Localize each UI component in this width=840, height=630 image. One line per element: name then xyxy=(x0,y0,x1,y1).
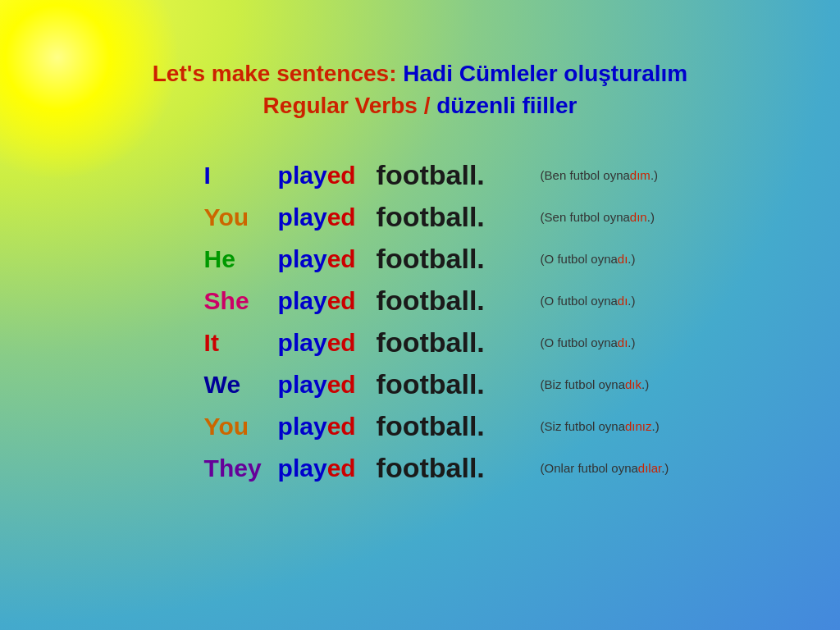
translation-cell-4: (O futbol oynadı.) xyxy=(537,331,673,354)
title-line2-red: Regular Verbs / xyxy=(263,93,437,118)
translation-cell-3: (O futbol oynadı.) xyxy=(537,289,673,313)
play-part: play xyxy=(278,413,327,440)
ed-part: ed xyxy=(327,245,356,272)
football-cell-7: football. xyxy=(373,447,537,489)
subject-cell-0: I xyxy=(201,157,275,194)
page-content: Let's make sentences: Hadi Cümleler oluş… xyxy=(0,0,840,489)
played-cell-1: played xyxy=(275,199,373,236)
play-part: play xyxy=(278,203,327,231)
translation-cell-1: (Sen futbol oynadın.) xyxy=(537,205,673,229)
played-cell-6: played xyxy=(275,408,373,445)
sentence-table: Iplayedfootball.(Ben futbol oynadım.)You… xyxy=(201,154,673,489)
football-cell-6: football. xyxy=(373,405,537,447)
title-red-part: Let's make sentences: xyxy=(153,61,403,86)
play-part: play xyxy=(278,162,327,189)
play-part: play xyxy=(278,329,327,356)
played-cell-3: played xyxy=(275,282,373,320)
football-cell-0: football. xyxy=(373,154,537,196)
subject-cell-2: He xyxy=(201,240,275,278)
ed-part: ed xyxy=(327,287,356,314)
football-cell-4: football. xyxy=(373,322,537,363)
translation-cell-6: (Siz futbol oynadınız.) xyxy=(537,414,673,438)
title-line2: Regular Verbs / düzenli fiiller xyxy=(153,89,687,121)
played-cell-7: played xyxy=(275,450,373,487)
subject-cell-4: It xyxy=(201,324,275,362)
title-block: Let's make sentences: Hadi Cümleler oluş… xyxy=(153,57,687,121)
subject-cell-6: You xyxy=(201,408,275,445)
subject-cell-7: They xyxy=(201,450,275,487)
played-cell-5: played xyxy=(275,366,373,404)
football-cell-1: football. xyxy=(373,196,537,238)
ed-part: ed xyxy=(327,413,356,440)
play-part: play xyxy=(278,245,327,272)
translation-cell-0: (Ben futbol oynadım.) xyxy=(537,163,673,187)
subject-cell-1: You xyxy=(201,199,275,236)
ed-part: ed xyxy=(327,454,356,482)
title-line2-blue: düzenli fiiller xyxy=(436,93,577,118)
played-cell-4: played xyxy=(275,324,373,362)
subject-cell-5: We xyxy=(201,366,275,404)
ed-part: ed xyxy=(327,203,356,231)
subject-cell-3: She xyxy=(201,282,275,320)
play-part: play xyxy=(278,454,327,482)
football-cell-3: football. xyxy=(373,280,537,322)
ed-part: ed xyxy=(327,371,356,398)
title-blue-part: Hadi Cümleler oluşturalım xyxy=(403,61,687,86)
translation-cell-2: (O futbol oynadı.) xyxy=(537,247,673,271)
ed-part: ed xyxy=(327,162,356,189)
football-cell-2: football. xyxy=(373,238,537,280)
played-cell-2: played xyxy=(275,240,373,278)
play-part: play xyxy=(278,371,327,398)
title-line1: Let's make sentences: Hadi Cümleler oluş… xyxy=(153,57,687,89)
play-part: play xyxy=(278,287,327,314)
translation-cell-7: (Onlar futbol oynadılar.) xyxy=(537,456,673,480)
played-cell-0: played xyxy=(275,157,373,194)
football-cell-5: football. xyxy=(373,363,537,405)
translation-cell-5: (Biz futbol oynadık.) xyxy=(537,372,673,396)
ed-part: ed xyxy=(327,329,356,356)
